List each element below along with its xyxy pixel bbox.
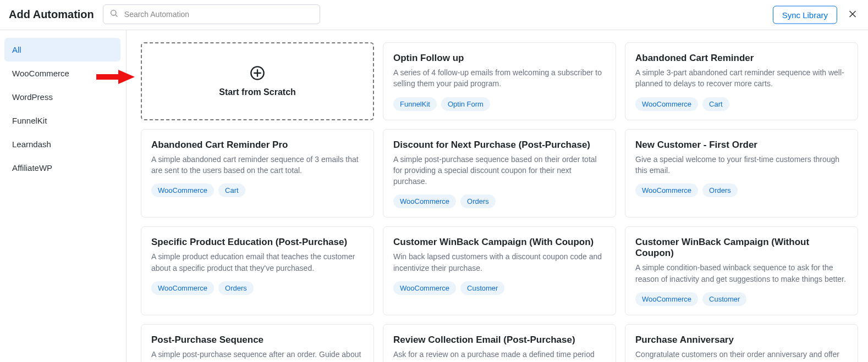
card-title: Abandoned Cart Reminder — [635, 53, 848, 64]
card-description: Congratulate customers on their order an… — [635, 349, 848, 362]
pointer-arrow-icon — [96, 69, 135, 87]
tag-row: FunnelKitOptin Form — [393, 97, 606, 111]
search-input[interactable] — [103, 4, 320, 24]
tag-row: WooCommerceOrders — [151, 281, 364, 295]
card-description: A simple abandoned cart reminder sequenc… — [151, 154, 364, 176]
tag-row: WooCommerceOrders — [393, 194, 606, 208]
card-title: Discount for Next Purchase (Post-Purchas… — [393, 140, 606, 151]
tag-row: WooCommerceCustomer — [635, 292, 848, 306]
sync-library-button[interactable]: Sync Library — [773, 6, 837, 24]
automation-card[interactable]: Abandoned Cart Reminder Pro A simple aba… — [141, 129, 374, 218]
tag[interactable]: WooCommerce — [635, 97, 698, 111]
card-title: Customer WinBack Campaign (Without Coupo… — [635, 237, 848, 259]
sidebar-item-learndash[interactable]: Learndash — [4, 132, 120, 156]
svg-point-0 — [111, 10, 116, 15]
tag[interactable]: WooCommerce — [393, 281, 456, 295]
tag[interactable]: Cart — [218, 183, 245, 197]
sidebar-item-wordpress[interactable]: WordPress — [4, 85, 120, 109]
card-title: New Customer - First Order — [635, 140, 848, 151]
svg-line-1 — [116, 15, 117, 16]
card-description: A series of 4 follow-up emails from welc… — [393, 67, 606, 90]
card-title: Specific Product Education (Post-Purchas… — [151, 237, 364, 248]
card-description: Ask for a review on a purchase made a de… — [393, 349, 606, 362]
tag[interactable]: Customer — [460, 281, 504, 295]
card-title: Post-Purchase Sequence — [151, 335, 364, 346]
top-bar: Add Automation Sync Library — [0, 0, 868, 30]
automation-card[interactable]: Discount for Next Purchase (Post-Purchas… — [383, 129, 616, 218]
scratch-label: Start from Scratch — [219, 87, 296, 97]
tag[interactable]: Optin Form — [441, 97, 490, 111]
card-title: Abandoned Cart Reminder Pro — [151, 140, 364, 151]
top-right: Sync Library — [773, 6, 860, 24]
automation-card[interactable]: Abandoned Cart Reminder A simple 3-part … — [625, 42, 858, 120]
card-title: Review Collection Email (Post-Purchase) — [393, 335, 606, 346]
automation-card[interactable]: Post-Purchase Sequence A simple post-pur… — [141, 324, 374, 362]
automation-card[interactable]: Customer WinBack Campaign (Without Coupo… — [625, 226, 858, 315]
close-button[interactable] — [845, 7, 860, 24]
plus-circle-icon — [250, 65, 265, 81]
card-description: A simple post-purchase sequence based on… — [393, 154, 606, 187]
tag[interactable]: Customer — [702, 292, 746, 306]
tag[interactable]: Orders — [460, 194, 496, 208]
tag[interactable]: Cart — [702, 97, 729, 111]
automation-card[interactable]: Optin Follow up A series of 4 follow-up … — [383, 42, 616, 120]
sidebar-item-all[interactable]: All — [4, 38, 120, 62]
tag-row: WooCommerceOrders — [635, 183, 848, 197]
tag[interactable]: WooCommerce — [151, 183, 214, 197]
card-title: Optin Follow up — [393, 53, 606, 64]
card-description: A simple post-purchase sequence after an… — [151, 349, 364, 362]
tag[interactable]: Orders — [218, 281, 254, 295]
automation-card[interactable]: New Customer - First Order Give a specia… — [625, 129, 858, 218]
tag[interactable]: WooCommerce — [393, 194, 456, 208]
tag-row: WooCommerceCustomer — [393, 281, 606, 295]
tag[interactable]: WooCommerce — [635, 292, 698, 306]
card-description: A simple condition-based winback sequenc… — [635, 262, 848, 285]
card-description: A simple product education email that te… — [151, 251, 364, 274]
card-description: Give a special welcome to your first-tim… — [635, 154, 848, 176]
close-icon — [847, 13, 858, 21]
sidebar-item-funnelkit[interactable]: FunnelKit — [4, 109, 120, 132]
card-title: Purchase Anniversary — [635, 335, 848, 346]
tag[interactable]: FunnelKit — [393, 97, 437, 111]
automation-card[interactable]: Specific Product Education (Post-Purchas… — [141, 226, 374, 315]
content: Start from ScratchOptin Follow up A seri… — [127, 30, 868, 362]
tag[interactable]: WooCommerce — [151, 281, 214, 295]
start-from-scratch-card[interactable]: Start from Scratch — [141, 42, 374, 120]
automation-card[interactable]: Customer WinBack Campaign (With Coupon) … — [383, 226, 616, 315]
page-title: Add Automation — [9, 8, 94, 21]
card-title: Customer WinBack Campaign (With Coupon) — [393, 237, 606, 248]
automation-card[interactable]: Purchase Anniversary Congratulate custom… — [625, 324, 858, 362]
card-description: Win back lapsed customers with a discoun… — [393, 251, 606, 274]
search-icon — [109, 9, 118, 20]
sidebar-item-affiliatewp[interactable]: AffiliateWP — [4, 156, 120, 180]
automation-card[interactable]: Review Collection Email (Post-Purchase) … — [383, 324, 616, 362]
layout: AllWooCommerceWordPressFunnelKitLearndas… — [0, 30, 868, 362]
svg-marker-4 — [96, 70, 135, 84]
automation-grid: Start from ScratchOptin Follow up A seri… — [127, 30, 868, 362]
tag-row: WooCommerceCart — [151, 183, 364, 197]
tag[interactable]: WooCommerce — [635, 183, 698, 197]
card-description: A simple 3-part abandoned cart reminder … — [635, 67, 848, 90]
tag[interactable]: Orders — [702, 183, 738, 197]
search-wrap — [103, 4, 320, 24]
tag-row: WooCommerceCart — [635, 97, 848, 111]
